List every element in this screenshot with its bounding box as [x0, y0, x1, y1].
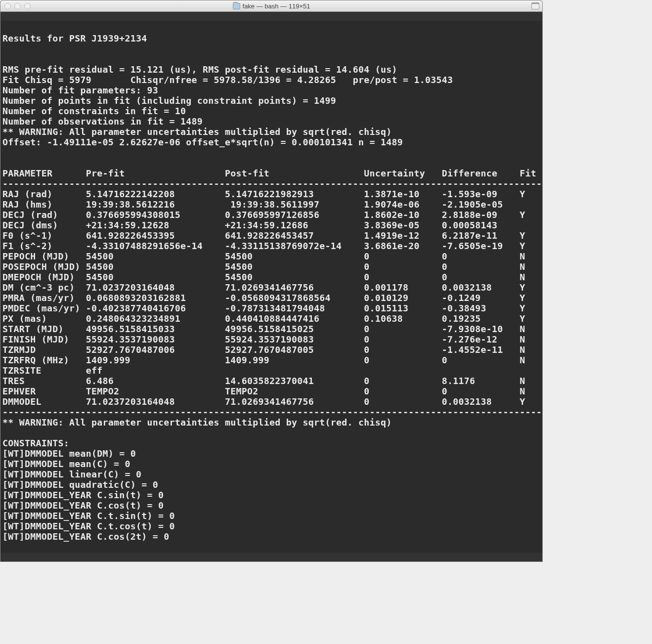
window-controls: [0, 3, 31, 9]
titlebar[interactable]: fake — bash — 119×51: [0, 0, 542, 12]
close-icon[interactable]: [4, 3, 11, 9]
terminal-window: fake — bash — 119×51 Results for PSR J19…: [0, 0, 543, 562]
window-title: fake — bash — 119×51: [0, 2, 542, 10]
folder-icon: [233, 3, 240, 9]
title-text: fake — bash — 119×51: [243, 2, 310, 10]
maximize-icon[interactable]: [531, 2, 539, 9]
zoom-icon[interactable]: [24, 3, 31, 9]
terminal-output[interactable]: Results for PSR J1939+2134 RMS pre-fit r…: [0, 21, 542, 553]
minimize-icon[interactable]: [14, 3, 21, 9]
